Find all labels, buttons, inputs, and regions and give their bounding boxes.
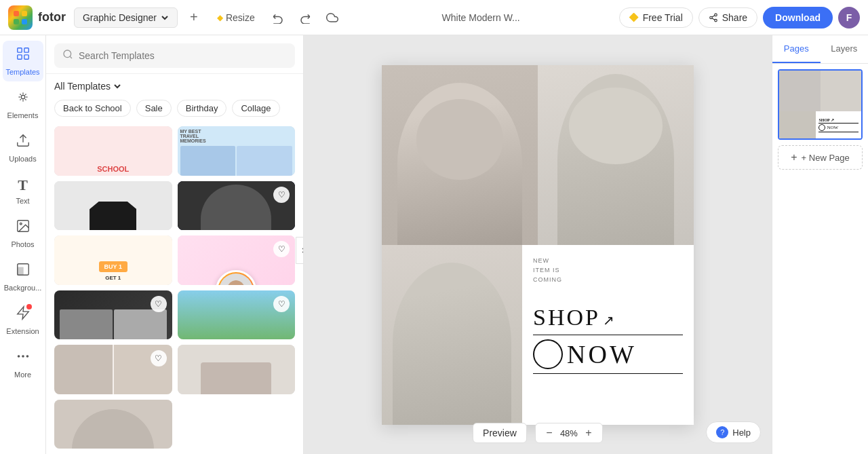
- sidebar-item-background[interactable]: Backgrou...: [3, 257, 43, 297]
- sidebar-item-photos[interactable]: Photos: [3, 213, 43, 254]
- document-title: White Modern W...: [349, 12, 614, 23]
- photo-bottom-left: [382, 245, 522, 425]
- template-card[interactable]: WELCOME TO THEDEMONGAME ♡: [178, 181, 296, 231]
- pages-area: SHOP ↗ NOW +: [772, 64, 868, 454]
- sidebar-item-templates[interactable]: Templates: [3, 41, 43, 81]
- svg-line-7: [712, 18, 715, 19]
- sidebar-item-elements[interactable]: Elements: [3, 84, 43, 125]
- designer-label: Graphic Designer: [83, 12, 157, 23]
- topbar: fotor Graphic Designer + ◆ Resize White …: [0, 0, 868, 35]
- heart-icon[interactable]: ♡: [273, 241, 290, 257]
- zoom-value: 48%: [560, 428, 578, 438]
- tab-pages[interactable]: Pages: [772, 35, 821, 63]
- avatar[interactable]: F: [838, 7, 860, 29]
- right-panel-tabs: Pages Layers: [772, 35, 868, 64]
- new-item-text: NEWITEM ISCOMING: [533, 256, 562, 285]
- free-trial-button[interactable]: Free Trial: [619, 7, 693, 28]
- resize-button[interactable]: ◆ Resize: [210, 8, 262, 27]
- preview-button[interactable]: Preview: [473, 423, 527, 443]
- fotor-logo[interactable]: [8, 5, 33, 30]
- photos-icon: [16, 219, 31, 238]
- sidebar-item-more[interactable]: More: [3, 343, 43, 384]
- tag-sale[interactable]: Sale: [136, 100, 172, 117]
- zoom-in-button[interactable]: +: [582, 426, 595, 440]
- template-grid: SCHOOL www.fotor.com MY BESTTRAVELMEMORI…: [46, 121, 303, 454]
- template-card[interactable]: BUY 1 GET 1 FREE 🎂 Buy Now: [54, 235, 172, 285]
- shop-right-text: NEWITEM ISCOMING SHOP ↗ NOW: [522, 245, 694, 425]
- sidebar-item-extension[interactable]: Extension: [3, 300, 43, 341]
- share-button[interactable]: Share: [698, 7, 757, 28]
- tab-layers[interactable]: Layers: [821, 35, 869, 63]
- template-card[interactable]: SHOP ↗ NOW: [54, 400, 172, 449]
- right-panel: Pages Layers SHOP ↗: [772, 35, 868, 454]
- svg-rect-9: [17, 48, 21, 52]
- tag-birthday[interactable]: Birthday: [177, 100, 227, 117]
- tags-scroll: Back to School Sale Birthday Collage: [46, 96, 303, 121]
- svg-rect-1: [22, 11, 27, 16]
- search-input[interactable]: [79, 50, 287, 61]
- zoom-out-button[interactable]: −: [542, 426, 556, 440]
- heart-icon[interactable]: ♡: [273, 187, 290, 203]
- heart-icon[interactable]: ♡: [151, 296, 167, 312]
- svg-rect-10: [24, 48, 28, 52]
- svg-line-8: [712, 15, 715, 16]
- heart-icon[interactable]: ♡: [151, 350, 167, 366]
- sidebar-item-label: Extension: [6, 327, 39, 335]
- svg-rect-0: [14, 11, 19, 16]
- template-card[interactable]: SCHOOL www.fotor.com: [54, 126, 172, 176]
- save-cloud-button[interactable]: [321, 7, 343, 29]
- page-thumbnail-1[interactable]: SHOP ↗ NOW: [778, 69, 863, 140]
- templates-panel: All Templates Back to School Sale Birthd…: [46, 35, 304, 454]
- download-button[interactable]: Download: [763, 7, 833, 29]
- shop-title: SHOP: [533, 305, 600, 330]
- svg-rect-2: [14, 19, 19, 24]
- panel-header: [46, 35, 303, 74]
- fotor-brand: fotor: [38, 10, 66, 24]
- template-card[interactable]: [54, 181, 172, 231]
- canvas-document[interactable]: NEWITEM ISCOMING SHOP ↗ NOW: [382, 65, 694, 425]
- page-thumb-inner: SHOP ↗ NOW: [779, 71, 861, 138]
- canvas-area: NEWITEM ISCOMING SHOP ↗ NOW: [304, 35, 772, 454]
- plus-icon: +: [791, 151, 797, 164]
- svg-point-4: [715, 14, 717, 16]
- diamond-icon: [629, 13, 639, 22]
- svg-point-16: [20, 223, 22, 225]
- svg-point-18: [17, 355, 20, 358]
- icon-rail: Templates Elements Uploads T Text: [0, 35, 46, 454]
- shop-top-row: [382, 65, 694, 245]
- text-icon: T: [18, 176, 28, 194]
- tag-collage[interactable]: Collage: [232, 100, 279, 117]
- elements-icon: [16, 90, 31, 109]
- help-button[interactable]: ? Help: [706, 421, 761, 443]
- template-card[interactable]: MY BESTTRAVELMEMORIES: [178, 126, 296, 176]
- graphic-designer-button[interactable]: Graphic Designer: [74, 7, 178, 28]
- sidebar-item-label: Text: [16, 197, 29, 205]
- add-button[interactable]: +: [183, 7, 205, 29]
- svg-point-13: [21, 95, 25, 99]
- svg-point-5: [710, 16, 713, 19]
- template-card[interactable]: [178, 345, 296, 394]
- sidebar-item-text[interactable]: T Text: [3, 171, 43, 210]
- template-card[interactable]: ✦ Happiest of birthdays ✦ ♡: [178, 235, 296, 285]
- new-page-button[interactable]: + + New Page: [778, 145, 863, 170]
- extension-icon: [16, 305, 31, 324]
- filter-row: All Templates: [46, 74, 303, 96]
- redo-button[interactable]: [294, 7, 316, 29]
- template-card[interactable]: SHOP ↗ NOW ♡: [54, 345, 172, 394]
- svg-line-22: [70, 56, 72, 58]
- help-circle-icon: ?: [716, 426, 728, 438]
- now-title: NOW: [567, 339, 637, 369]
- panel-collapse-button[interactable]: [296, 237, 304, 264]
- sidebar-item-uploads[interactable]: Uploads: [3, 128, 43, 168]
- heart-icon[interactable]: ♡: [273, 296, 290, 312]
- template-card[interactable]: 20% OFF ♡: [54, 290, 172, 340]
- tag-back-to-school[interactable]: Back to School: [54, 100, 131, 117]
- all-templates-button[interactable]: All Templates: [54, 81, 121, 92]
- search-icon: [62, 49, 73, 62]
- sidebar-item-label: Elements: [7, 111, 39, 119]
- svg-point-6: [715, 19, 717, 22]
- svg-rect-11: [17, 55, 21, 59]
- undo-button[interactable]: [267, 7, 289, 29]
- template-card[interactable]: TAKE A GOODAdventureTO THE NATURE ♡: [178, 290, 296, 340]
- svg-rect-3: [22, 19, 27, 24]
